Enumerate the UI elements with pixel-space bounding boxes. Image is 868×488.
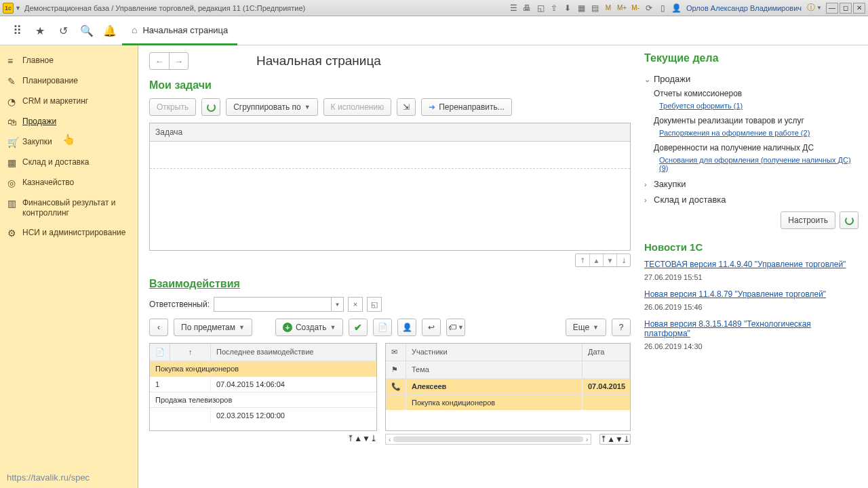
col-participants[interactable]: Участники: [406, 344, 583, 361]
tree-purchases[interactable]: ›Закупки: [644, 176, 859, 192]
help-button[interactable]: ?: [612, 319, 631, 336]
news-link[interactable]: Новая версия 11.4.8.79 "Управление торго…: [644, 289, 859, 300]
chevron-down-icon: ⌄: [644, 75, 654, 84]
tree-link[interactable]: Распоряжения на оформление в работе (2): [644, 127, 859, 141]
chart-icon: ✎: [7, 76, 22, 87]
app-menu-dropdown[interactable]: ▼: [14, 5, 20, 12]
user-icon: 👤: [670, 2, 682, 14]
sidebar: ≡Главное ✎Планирование ◔CRM и маркетинг …: [0, 45, 138, 488]
scroll-strip[interactable]: ‹›: [385, 434, 591, 445]
left-button[interactable]: ‹: [149, 319, 168, 336]
chevron-down-icon[interactable]: ▼: [331, 298, 343, 311]
info-dd[interactable]: ▼: [816, 5, 825, 11]
responsible-combo[interactable]: ▼: [214, 297, 344, 312]
search-icon[interactable]: 🔍: [80, 24, 92, 37]
col-subject[interactable]: Тема: [406, 361, 583, 378]
arrow-icon: ➜: [429, 102, 435, 112]
minimize-button[interactable]: —: [826, 3, 838, 14]
table-row[interactable]: 📞Алексеев07.04.2015: [386, 378, 630, 394]
app-logo: 1c: [3, 3, 14, 14]
col-last-interaction[interactable]: Последнее взаимодействие: [211, 344, 376, 361]
tb-icon[interactable]: ☰: [507, 2, 519, 14]
col-sort[interactable]: ↑: [170, 344, 211, 361]
nav-forward[interactable]: →: [169, 53, 188, 69]
sidebar-item-crm[interactable]: ◔CRM и маркетинг: [0, 92, 138, 112]
calendar-icon[interactable]: ▦: [575, 2, 587, 14]
current-user[interactable]: Орлов Александр Владимирович: [682, 4, 806, 12]
menu-icon: ≡: [7, 56, 22, 66]
table-row[interactable]: Продажа телевизоров: [150, 392, 376, 407]
refresh-button[interactable]: [840, 211, 859, 229]
refresh-button[interactable]: [201, 98, 220, 116]
sidebar-item-admin[interactable]: ⚙НСИ и администрирование: [0, 223, 138, 243]
col-icon[interactable]: ✉: [386, 344, 406, 361]
due-button[interactable]: К исполнению: [323, 98, 392, 116]
info-icon[interactable]: ⓘ: [806, 2, 816, 14]
refresh-icon: [845, 216, 854, 225]
tree-link[interactable]: Требуется оформить (1): [644, 100, 859, 114]
news-link[interactable]: Новая версия 8.3.15.1489 "Технологическа…: [644, 319, 859, 340]
check-button[interactable]: ✔: [349, 319, 368, 336]
right-nav[interactable]: ⤒▲▼⤓: [599, 434, 631, 445]
reply-button[interactable]: ↩: [422, 319, 441, 336]
nav-back[interactable]: ←: [150, 53, 169, 69]
left-nav[interactable]: ⤒▲▼⤓: [347, 434, 377, 445]
maximize-button[interactable]: ◻: [840, 3, 852, 14]
export-button[interactable]: ⇲: [397, 98, 416, 116]
tb-icon[interactable]: ⟳: [643, 2, 655, 14]
more-button[interactable]: Еще▼: [566, 319, 606, 336]
select-button[interactable]: ◱: [367, 297, 382, 312]
print-icon[interactable]: 🖶: [521, 2, 533, 14]
cart-icon: 🛒: [7, 137, 22, 148]
news-link[interactable]: ТЕСТОВАЯ версия 11.4.9.40 "Управление то…: [644, 260, 859, 270]
sidebar-item-treasury[interactable]: ◎Казначейство: [0, 173, 138, 193]
create-button[interactable]: +Создать▼: [275, 319, 344, 336]
tree-warehouse[interactable]: ›Склад и доставка: [644, 192, 859, 207]
table-row[interactable]: 107.04.2015 14:06:04: [150, 376, 376, 392]
apps-icon[interactable]: ⠿: [11, 23, 23, 38]
tree-link[interactable]: Основания для оформления (получение нали…: [644, 155, 859, 176]
sidebar-item-finance[interactable]: ▥Финансовый результат и контроллинг: [0, 193, 138, 223]
section-interactions[interactable]: Взаимодействия: [149, 278, 631, 290]
bell-icon[interactable]: 🔔: [103, 24, 115, 37]
calculator-icon[interactable]: ▤: [589, 2, 601, 14]
news-date: 26.06.2019 15:46: [644, 300, 859, 319]
sidebar-item-purchases[interactable]: 🛒Закупки: [0, 132, 138, 152]
book-icon[interactable]: ▯: [656, 2, 669, 14]
sidebar-item-main[interactable]: ≡Главное: [0, 51, 138, 71]
tag-button[interactable]: 🏷 ▼: [446, 319, 465, 336]
news-date: 26.06.2019 14:30: [644, 340, 859, 359]
tb-icon[interactable]: ⬇: [561, 2, 574, 14]
redirect-button[interactable]: ➜Перенаправить...: [421, 98, 512, 116]
open-button[interactable]: Открыть: [149, 98, 196, 116]
tree-sales[interactable]: ⌄Продажи: [644, 71, 859, 87]
responsible-input[interactable]: [214, 298, 331, 311]
clear-button[interactable]: ×: [348, 297, 363, 312]
group-by-button[interactable]: Сгруппировать по▼: [226, 98, 317, 116]
m-plus-icon[interactable]: M+: [616, 2, 628, 14]
star-icon[interactable]: ★: [34, 24, 46, 37]
by-subject-button[interactable]: По предметам▼: [174, 319, 252, 336]
tb-icon[interactable]: ◱: [534, 2, 547, 14]
table-row[interactable]: 02.03.2015 12:00:00: [150, 407, 376, 423]
sidebar-item-planning[interactable]: ✎Планирование: [0, 71, 138, 92]
col-icon[interactable]: 📄: [150, 344, 170, 361]
tasks-nav[interactable]: ⤒▲▼⤓: [575, 253, 631, 267]
tasks-body[interactable]: [150, 142, 630, 169]
tab-home[interactable]: ⌂ Начальная страница: [122, 16, 237, 45]
col-date[interactable]: Дата: [583, 344, 630, 361]
sidebar-item-sales[interactable]: 🛍Продажи: [0, 112, 138, 132]
tb-icon[interactable]: ⇪: [548, 2, 560, 14]
table-row[interactable]: Покупка кондиционеров: [150, 361, 376, 376]
m-minus-icon[interactable]: M-: [629, 2, 642, 14]
person-button[interactable]: 👤: [397, 319, 416, 336]
history-icon[interactable]: ↺: [57, 24, 69, 37]
configure-button[interactable]: Настроить: [781, 211, 835, 229]
tasks-col-task[interactable]: Задача: [150, 123, 630, 142]
col-flag[interactable]: ⚑: [386, 361, 406, 378]
sidebar-item-warehouse[interactable]: ▦Склад и доставка: [0, 152, 138, 173]
doc-button[interactable]: 📄: [373, 319, 392, 336]
close-button[interactable]: ✕: [853, 3, 865, 14]
m-icon[interactable]: M: [602, 2, 614, 14]
table-row[interactable]: Покупка кондиционеров: [386, 394, 630, 410]
